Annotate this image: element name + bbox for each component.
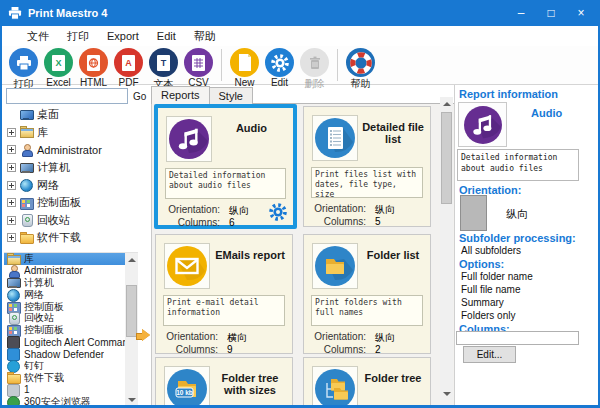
app-icon [7, 360, 20, 372]
report-title: Folder tree with sizes [214, 372, 286, 396]
tree-item-desktop[interactable]: 桌面 [5, 106, 147, 124]
toolbar-html-button[interactable]: HTML [76, 48, 111, 88]
columns-row: Columns:6 [158, 217, 235, 228]
scroll-down-icon[interactable] [440, 387, 453, 400]
expand-icon[interactable] [7, 163, 16, 172]
list-item-library[interactable]: 库 [4, 253, 138, 265]
menu-help[interactable]: 帮助 [185, 27, 225, 46]
tree-item-control-panel[interactable]: 控制面板 [5, 194, 147, 212]
toolbar-csv-button[interactable]: CSV [181, 48, 216, 88]
columns-input[interactable] [456, 331, 579, 345]
menu-file[interactable]: 文件 [18, 27, 58, 46]
go-button[interactable]: Go [133, 91, 146, 102]
minimize-button[interactable]: – [506, 0, 536, 26]
option-item: Full file name [461, 284, 520, 295]
toolbar-delete-button[interactable]: 删除 [297, 48, 332, 91]
report-icon-box [166, 116, 212, 162]
report-description: Print e-mail detail information [163, 295, 285, 326]
options-label: Options: [459, 258, 504, 270]
tab-bar: Reports Style [151, 86, 252, 104]
toolbar-print-button[interactable]: 打印 [6, 48, 41, 91]
tab-style[interactable]: Style [209, 87, 253, 104]
svg-text:T: T [160, 58, 166, 68]
report-card-folder-tree-sizes[interactable]: 10 kb Folder tree with sizes [155, 357, 293, 405]
splitter-expand-arrow-icon[interactable] [136, 329, 150, 342]
recycle-bin-icon [20, 214, 33, 226]
tree-item-recycle-bin[interactable]: 回收站 [5, 212, 147, 230]
svg-text:10 kb: 10 kb [176, 389, 193, 396]
scroll-up-icon[interactable] [440, 97, 453, 110]
orientation-row: Orientation:纵向 [304, 331, 395, 345]
orientation-value: 纵向 [506, 207, 528, 222]
selected-report-description: Detailed information about audio files [457, 149, 579, 181]
folder-size-icon: 10 kb [167, 369, 207, 405]
report-title: EMails report [214, 249, 286, 261]
maximize-button[interactable]: □ [536, 0, 566, 26]
report-card-folder-list[interactable]: Folder list Print folders with full name… [303, 234, 431, 354]
music-note-icon [169, 119, 209, 159]
toolbar-help-button[interactable]: 帮助 [343, 48, 378, 91]
network-icon [7, 289, 20, 301]
csv-icon [184, 48, 213, 77]
portrait-page-preview [460, 195, 487, 231]
close-button[interactable]: × [566, 0, 596, 26]
printer-app-icon [8, 7, 22, 20]
report-title: Detailed file list [362, 121, 424, 145]
toolbar-excel-button[interactable]: X Excel [41, 48, 76, 88]
expand-icon[interactable] [7, 233, 16, 242]
report-card-audio[interactable]: Audio Detailed information about audio f… [154, 104, 297, 229]
selected-report-title: Audio [531, 107, 562, 119]
app-icon [7, 348, 20, 360]
expand-icon[interactable] [7, 145, 16, 154]
expand-icon[interactable] [7, 181, 16, 190]
tree-item-library[interactable]: 库 [5, 124, 147, 142]
menu-export[interactable]: Export [98, 28, 148, 44]
list-item-control-panel-2[interactable]: 控制面板 [4, 324, 138, 336]
tree-item-downloads[interactable]: 软件下载 [5, 229, 147, 247]
report-description: Detailed information about audio files [165, 168, 286, 199]
expand-icon[interactable] [7, 198, 16, 207]
orientation-row: Orientation:横向 [156, 331, 247, 345]
tree-item-administrator[interactable]: Administrator [5, 141, 147, 159]
list-item-logitech[interactable]: Logitech Alert Commander [4, 336, 138, 348]
folder-icon [20, 232, 33, 244]
report-information-panel: Report information Audio Detailed inform… [454, 85, 598, 405]
toolbar-edit-button[interactable]: Edit [262, 48, 297, 88]
orientation-row: Orientation:纵向 [304, 203, 395, 217]
columns-row: Columns:9 [156, 344, 233, 355]
report-card-detailed-file-list[interactable]: Detailed file list Print files list with… [303, 106, 431, 227]
toolbar: 打印 X Excel HTML A PDF T 文本 CSV [2, 46, 598, 85]
report-card-emails[interactable]: EMails report Print e-mail detail inform… [155, 234, 293, 354]
menu-print[interactable]: 打印 [58, 27, 98, 46]
scrollbar-thumb[interactable] [441, 112, 452, 204]
help-lifebuoy-icon [346, 48, 375, 77]
option-item: Full folder name [461, 271, 533, 282]
report-title: Folder list [362, 249, 424, 261]
music-note-icon [464, 106, 502, 144]
expand-icon[interactable] [7, 128, 16, 137]
card-settings-gear-icon[interactable] [268, 202, 288, 222]
scroll-up-icon[interactable] [125, 253, 138, 266]
expand-icon[interactable] [7, 216, 16, 225]
menu-bar: 文件 打印 Export Edit 帮助 [2, 26, 598, 46]
toolbar-pdf-button[interactable]: A PDF [111, 48, 146, 88]
report-icon-box: 10 kb [164, 366, 210, 405]
trash-icon [300, 48, 329, 77]
report-card-folder-tree[interactable]: Folder tree [303, 357, 431, 405]
menu-edit[interactable]: Edit [148, 28, 185, 44]
list-item-downloads[interactable]: 软件下载 [4, 372, 138, 384]
toolbar-text-button[interactable]: T 文本 [146, 48, 181, 91]
scroll-down-icon[interactable] [125, 393, 138, 405]
edit-columns-button[interactable]: Edit... [463, 346, 516, 363]
tab-reports[interactable]: Reports [151, 86, 210, 104]
report-description: Print files list with dates, file type, … [311, 167, 423, 198]
app-icon [7, 384, 20, 396]
reports-scrollbar[interactable] [440, 97, 453, 400]
list-item-360-browser[interactable]: 360安全浏览器 [4, 396, 138, 405]
window-title: Print Maestro 4 [28, 7, 107, 19]
address-input[interactable] [6, 88, 128, 104]
toolbar-separator [337, 49, 338, 81]
tree-item-network[interactable]: 网络 [5, 176, 147, 194]
toolbar-new-button[interactable]: New [227, 48, 262, 88]
tree-item-computer[interactable]: 计算机 [5, 159, 147, 177]
